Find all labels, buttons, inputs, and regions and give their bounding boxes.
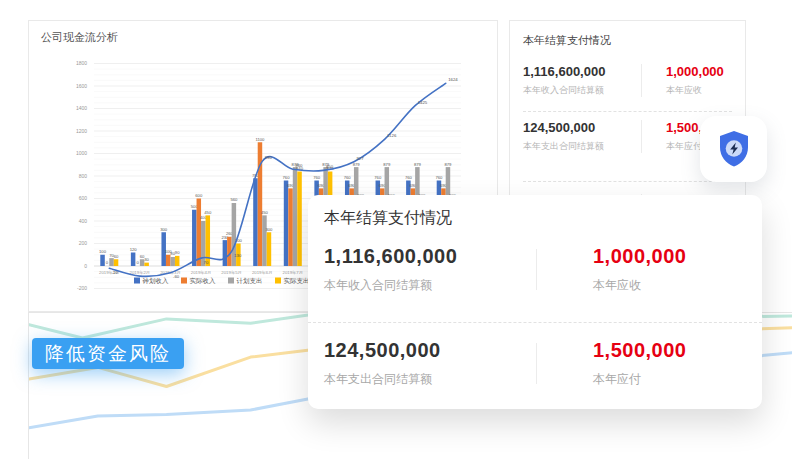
column-divider <box>536 249 537 290</box>
dashboard: 公司现金流分析 -2000200400600800100012001400160… <box>0 0 792 459</box>
svg-text:0: 0 <box>106 260 109 265</box>
svg-text:879: 879 <box>383 162 391 167</box>
svg-text:2019年4月: 2019年4月 <box>191 270 212 275</box>
popup-row-income: 1,116,600,000 本年收入合同结算额 1,000,000 本年应收 <box>324 245 746 294</box>
receivable-value: 1,000,000 <box>666 64 724 79</box>
svg-text:1200: 1200 <box>76 128 87 134</box>
popup-title: 本年结算支付情况 <box>324 208 746 229</box>
popup-expense-settlement-label: 本年支出合同结算额 <box>324 371 536 388</box>
popup-payable-label: 本年应付 <box>593 371 686 388</box>
svg-text:120: 120 <box>130 247 138 252</box>
svg-text:879: 879 <box>444 162 452 167</box>
svg-text:850: 850 <box>326 164 334 169</box>
svg-text:130: 130 <box>234 253 242 258</box>
panel-row-income: 1,116,600,000 本年收入合同结算额 1,000,000 本年应收 <box>523 56 732 112</box>
svg-text:930: 930 <box>265 155 273 160</box>
svg-text:1000: 1000 <box>76 150 87 156</box>
svg-text:300: 300 <box>265 227 273 232</box>
svg-text:30: 30 <box>144 257 149 262</box>
security-feature-card <box>700 116 767 182</box>
svg-text:计划支出: 计划支出 <box>237 277 263 285</box>
svg-text:1100: 1100 <box>255 137 265 142</box>
svg-text:100: 100 <box>99 249 107 254</box>
svg-text:60: 60 <box>114 254 119 259</box>
svg-text:1624: 1624 <box>448 77 458 82</box>
svg-text:2019年5月: 2019年5月 <box>221 270 242 275</box>
popup-row-divider <box>308 322 762 323</box>
popup-row-expense: 124,500,000 本年支出合同结算额 1,500,000 本年应付 <box>324 339 746 388</box>
svg-text:450: 450 <box>204 210 212 215</box>
expense-settlement-label: 本年支出合同结算额 <box>523 140 641 153</box>
column-divider <box>641 120 642 153</box>
settlement-popup: 本年结算支付情况 1,116,600,000 本年收入合同结算额 1,000,0… <box>308 195 762 409</box>
svg-text:400: 400 <box>79 218 88 224</box>
svg-text:760: 760 <box>405 175 413 180</box>
svg-text:860: 860 <box>295 163 303 168</box>
svg-text:90: 90 <box>175 250 180 255</box>
svg-text:760: 760 <box>313 175 321 180</box>
svg-text:2019年7月: 2019年7月 <box>283 270 304 275</box>
risk-reduction-badge[interactable]: 降低资金风险 <box>32 338 184 369</box>
column-divider <box>536 343 537 384</box>
expense-settlement-value: 124,500,000 <box>523 120 641 135</box>
svg-text:600: 600 <box>195 193 203 198</box>
svg-text:800: 800 <box>79 173 88 179</box>
svg-text:-200: -200 <box>77 285 87 291</box>
popup-receivable-label: 本年应收 <box>593 277 686 294</box>
popup-expense-settlement-value: 124,500,000 <box>324 339 536 362</box>
settlement-panel-title: 本年结算支付情况 <box>523 33 732 48</box>
svg-text:760: 760 <box>374 175 382 180</box>
svg-text:200: 200 <box>79 240 88 246</box>
svg-text:-60: -60 <box>173 274 180 279</box>
svg-text:0: 0 <box>136 260 139 265</box>
svg-text:实际收入: 实际收入 <box>190 277 217 285</box>
receivable-label: 本年应收 <box>666 84 724 97</box>
income-settlement-value: 1,116,600,000 <box>523 64 641 79</box>
svg-text:-20: -20 <box>112 270 119 275</box>
svg-text:70: 70 <box>204 260 209 265</box>
svg-text:300: 300 <box>160 227 168 232</box>
svg-text:1600: 1600 <box>76 83 87 89</box>
svg-text:600: 600 <box>79 195 88 201</box>
svg-text:1800: 1800 <box>76 60 87 66</box>
svg-text:450: 450 <box>261 210 269 215</box>
svg-text:2019年6月: 2019年6月 <box>252 270 273 275</box>
svg-text:760: 760 <box>344 175 352 180</box>
shield-icon <box>710 125 758 173</box>
svg-text:1425: 1425 <box>418 100 428 105</box>
svg-text:927: 927 <box>356 156 364 161</box>
popup-income-settlement-value: 1,116,600,000 <box>324 245 536 268</box>
svg-text:1126: 1126 <box>387 133 397 138</box>
svg-text:760: 760 <box>283 175 291 180</box>
svg-text:1400: 1400 <box>76 105 87 111</box>
column-divider <box>641 64 642 97</box>
cashflow-card-title: 公司现金流分析 <box>41 30 497 45</box>
popup-income-settlement-label: 本年收入合同结算额 <box>324 277 536 294</box>
svg-text:计划收入: 计划收入 <box>143 277 170 284</box>
svg-text:0: 0 <box>84 263 87 269</box>
svg-text:560: 560 <box>230 197 238 202</box>
svg-text:879: 879 <box>414 162 422 167</box>
popup-receivable-value: 1,000,000 <box>593 245 686 268</box>
popup-payable-value: 1,500,000 <box>593 339 686 362</box>
svg-text:760: 760 <box>435 175 443 180</box>
income-settlement-label: 本年收入合同结算额 <box>523 84 641 97</box>
svg-text:实际支出: 实际支出 <box>284 277 310 285</box>
